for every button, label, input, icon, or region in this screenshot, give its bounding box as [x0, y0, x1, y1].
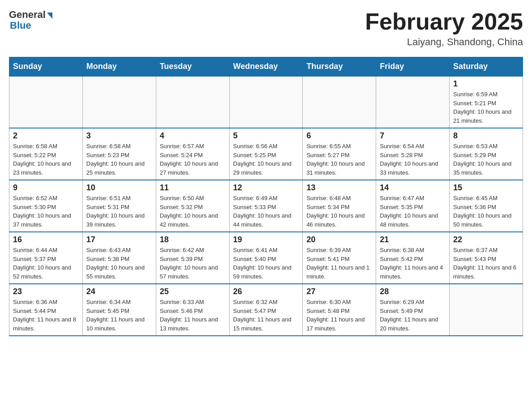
day-of-week-header: Sunday	[9, 57, 83, 77]
day-info: Sunrise: 6:44 AMSunset: 5:37 PMDaylight:…	[13, 246, 79, 281]
day-info: Sunrise: 6:58 AMSunset: 5:23 PMDaylight:…	[86, 142, 152, 177]
page-header: General Blue February 2025 Laiyang, Shan…	[9, 9, 523, 48]
day-of-week-header: Saturday	[450, 57, 523, 77]
calendar-day-cell	[156, 76, 229, 128]
logo-blue-text: Blue	[10, 20, 31, 31]
day-info: Sunrise: 6:49 AMSunset: 5:33 PMDaylight:…	[233, 194, 299, 229]
calendar-day-cell: 18Sunrise: 6:42 AMSunset: 5:39 PMDayligh…	[156, 232, 229, 284]
day-info: Sunrise: 6:42 AMSunset: 5:39 PMDaylight:…	[160, 246, 226, 281]
day-number: 1	[453, 79, 519, 89]
day-number: 20	[306, 235, 372, 244]
calendar-week-row: 2Sunrise: 6:58 AMSunset: 5:22 PMDaylight…	[9, 128, 523, 180]
day-info: Sunrise: 6:57 AMSunset: 5:24 PMDaylight:…	[160, 142, 226, 177]
logo-general-text: General	[9, 9, 46, 21]
day-info: Sunrise: 6:54 AMSunset: 5:28 PMDaylight:…	[380, 142, 446, 177]
calendar-day-cell: 11Sunrise: 6:50 AMSunset: 5:32 PMDayligh…	[156, 180, 229, 232]
calendar-day-cell: 24Sunrise: 6:34 AMSunset: 5:45 PMDayligh…	[82, 284, 156, 336]
day-info: Sunrise: 6:39 AMSunset: 5:41 PMDaylight:…	[306, 246, 372, 281]
day-number: 15	[453, 183, 519, 193]
calendar-week-row: 1Sunrise: 6:59 AMSunset: 5:21 PMDaylight…	[9, 76, 523, 128]
day-info: Sunrise: 6:51 AMSunset: 5:31 PMDaylight:…	[86, 194, 152, 229]
day-info: Sunrise: 6:34 AMSunset: 5:45 PMDaylight:…	[86, 298, 152, 333]
calendar-day-cell: 15Sunrise: 6:45 AMSunset: 5:36 PMDayligh…	[450, 180, 523, 232]
day-info: Sunrise: 6:50 AMSunset: 5:32 PMDaylight:…	[160, 194, 226, 229]
calendar-week-row: 23Sunrise: 6:36 AMSunset: 5:44 PMDayligh…	[9, 284, 523, 336]
day-number: 10	[86, 183, 152, 193]
calendar-day-cell: 27Sunrise: 6:30 AMSunset: 5:48 PMDayligh…	[303, 284, 376, 336]
day-number: 5	[233, 131, 299, 141]
calendar-day-cell: 3Sunrise: 6:58 AMSunset: 5:23 PMDaylight…	[82, 128, 156, 180]
calendar-day-cell: 1Sunrise: 6:59 AMSunset: 5:21 PMDaylight…	[450, 76, 523, 128]
calendar-day-cell: 2Sunrise: 6:58 AMSunset: 5:22 PMDaylight…	[9, 128, 83, 180]
day-number: 19	[233, 235, 299, 244]
day-of-week-header: Wednesday	[229, 57, 303, 77]
calendar-day-cell: 16Sunrise: 6:44 AMSunset: 5:37 PMDayligh…	[9, 232, 83, 284]
calendar-day-cell: 25Sunrise: 6:33 AMSunset: 5:46 PMDayligh…	[156, 284, 229, 336]
day-info: Sunrise: 6:55 AMSunset: 5:27 PMDaylight:…	[306, 142, 372, 177]
day-number: 3	[86, 131, 152, 141]
calendar-day-cell	[450, 284, 523, 336]
day-number: 28	[380, 287, 446, 296]
logo-arrow-icon	[47, 13, 52, 19]
day-info: Sunrise: 6:59 AMSunset: 5:21 PMDaylight:…	[453, 90, 519, 125]
calendar-day-cell: 8Sunrise: 6:53 AMSunset: 5:29 PMDaylight…	[450, 128, 523, 180]
day-of-week-header: Friday	[376, 57, 450, 77]
calendar-header-row: SundayMondayTuesdayWednesdayThursdayFrid…	[9, 57, 523, 77]
title-area: February 2025 Laiyang, Shandong, China	[365, 9, 523, 48]
day-number: 11	[160, 183, 226, 193]
day-info: Sunrise: 6:53 AMSunset: 5:29 PMDaylight:…	[453, 142, 519, 177]
logo: General Blue	[9, 9, 52, 31]
day-number: 24	[86, 287, 152, 296]
day-number: 27	[306, 287, 372, 296]
day-number: 14	[380, 183, 446, 193]
day-info: Sunrise: 6:47 AMSunset: 5:35 PMDaylight:…	[380, 194, 446, 229]
calendar-day-cell: 12Sunrise: 6:49 AMSunset: 5:33 PMDayligh…	[229, 180, 303, 232]
day-number: 21	[380, 235, 446, 244]
month-title: February 2025	[365, 9, 523, 34]
day-of-week-header: Monday	[82, 57, 156, 77]
day-info: Sunrise: 6:58 AMSunset: 5:22 PMDaylight:…	[13, 142, 79, 177]
calendar-day-cell	[82, 76, 156, 128]
calendar-day-cell: 9Sunrise: 6:52 AMSunset: 5:30 PMDaylight…	[9, 180, 83, 232]
day-number: 26	[233, 287, 299, 296]
day-number: 23	[13, 287, 79, 296]
day-info: Sunrise: 6:48 AMSunset: 5:34 PMDaylight:…	[306, 194, 372, 229]
day-number: 22	[453, 235, 519, 244]
day-number: 6	[306, 131, 372, 141]
day-info: Sunrise: 6:38 AMSunset: 5:42 PMDaylight:…	[380, 246, 446, 281]
calendar-week-row: 16Sunrise: 6:44 AMSunset: 5:37 PMDayligh…	[9, 232, 523, 284]
calendar-day-cell: 7Sunrise: 6:54 AMSunset: 5:28 PMDaylight…	[376, 128, 450, 180]
calendar-day-cell	[376, 76, 450, 128]
day-info: Sunrise: 6:43 AMSunset: 5:38 PMDaylight:…	[86, 246, 152, 281]
day-number: 7	[380, 131, 446, 141]
day-info: Sunrise: 6:52 AMSunset: 5:30 PMDaylight:…	[13, 194, 79, 229]
calendar-day-cell: 6Sunrise: 6:55 AMSunset: 5:27 PMDaylight…	[303, 128, 376, 180]
day-number: 16	[13, 235, 79, 244]
day-number: 2	[13, 131, 79, 141]
calendar-day-cell: 13Sunrise: 6:48 AMSunset: 5:34 PMDayligh…	[303, 180, 376, 232]
calendar-day-cell: 23Sunrise: 6:36 AMSunset: 5:44 PMDayligh…	[9, 284, 83, 336]
day-number: 8	[453, 131, 519, 141]
day-info: Sunrise: 6:36 AMSunset: 5:44 PMDaylight:…	[13, 298, 79, 333]
day-number: 25	[160, 287, 226, 296]
calendar-day-cell: 28Sunrise: 6:29 AMSunset: 5:49 PMDayligh…	[376, 284, 450, 336]
calendar-day-cell: 19Sunrise: 6:41 AMSunset: 5:40 PMDayligh…	[229, 232, 303, 284]
day-number: 12	[233, 183, 299, 193]
day-number: 18	[160, 235, 226, 244]
calendar-day-cell: 5Sunrise: 6:56 AMSunset: 5:25 PMDaylight…	[229, 128, 303, 180]
calendar-day-cell: 10Sunrise: 6:51 AMSunset: 5:31 PMDayligh…	[82, 180, 156, 232]
calendar-day-cell: 20Sunrise: 6:39 AMSunset: 5:41 PMDayligh…	[303, 232, 376, 284]
calendar-day-cell	[229, 76, 303, 128]
calendar-day-cell: 26Sunrise: 6:32 AMSunset: 5:47 PMDayligh…	[229, 284, 303, 336]
day-info: Sunrise: 6:29 AMSunset: 5:49 PMDaylight:…	[380, 298, 446, 333]
day-number: 13	[306, 183, 372, 193]
calendar-day-cell	[9, 76, 83, 128]
day-info: Sunrise: 6:56 AMSunset: 5:25 PMDaylight:…	[233, 142, 299, 177]
day-info: Sunrise: 6:41 AMSunset: 5:40 PMDaylight:…	[233, 246, 299, 281]
calendar-day-cell: 14Sunrise: 6:47 AMSunset: 5:35 PMDayligh…	[376, 180, 450, 232]
day-info: Sunrise: 6:32 AMSunset: 5:47 PMDaylight:…	[233, 298, 299, 333]
location-subtitle: Laiyang, Shandong, China	[365, 36, 523, 48]
day-number: 9	[13, 183, 79, 193]
day-info: Sunrise: 6:30 AMSunset: 5:48 PMDaylight:…	[306, 298, 372, 333]
calendar-day-cell: 4Sunrise: 6:57 AMSunset: 5:24 PMDaylight…	[156, 128, 229, 180]
